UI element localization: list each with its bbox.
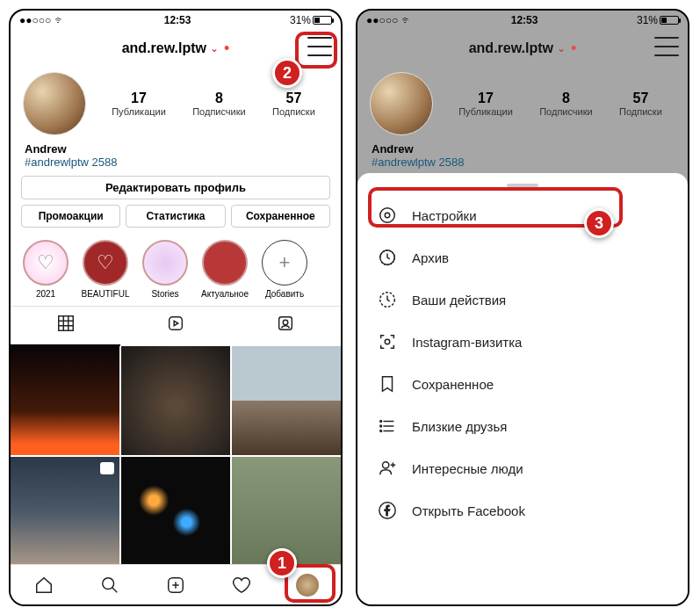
post-thumbnail[interactable] (232, 346, 341, 455)
grid-tab-icon[interactable] (11, 307, 120, 346)
gear-icon (377, 205, 398, 226)
bio-hashtag[interactable]: #andrewlptw 2588 (25, 156, 327, 169)
svg-point-24 (380, 430, 382, 432)
clock-icon (377, 289, 398, 310)
svg-point-23 (380, 425, 382, 427)
stats-button[interactable]: Статистика (126, 205, 225, 228)
svg-point-14 (385, 213, 390, 218)
facebook-icon (377, 500, 398, 521)
plus-icon[interactable]: + (262, 240, 307, 286)
callout-1: 1 (267, 548, 297, 578)
menu-sheet: Настройки Архив Ваши действия Instagram-… (357, 173, 688, 604)
post-thumbnail[interactable] (11, 457, 119, 566)
menu-archive[interactable]: Архив (357, 236, 688, 279)
svg-point-9 (103, 577, 114, 589)
status-time: 12:53 (164, 14, 191, 26)
svg-point-8 (284, 320, 289, 325)
menu-close-friends[interactable]: Близкие друзья (357, 405, 688, 447)
list-icon (377, 416, 398, 437)
status-bar: ●●○○○ᯤ 12:53 31% (11, 11, 341, 30)
callout-3: 3 (584, 208, 614, 238)
edit-profile-button[interactable]: Редактировать профиль (21, 176, 330, 199)
reels-tab-icon[interactable] (120, 307, 230, 346)
svg-rect-0 (58, 316, 73, 331)
qr-icon (377, 331, 398, 352)
stat-followers[interactable]: 8Подписчики (192, 90, 246, 117)
saved-button[interactable]: Сохраненное (231, 205, 330, 228)
svg-point-18 (385, 339, 390, 344)
create-icon[interactable] (142, 565, 208, 604)
heart-icon[interactable]: ♡ (83, 240, 128, 286)
svg-rect-5 (170, 317, 183, 330)
post-thumbnail[interactable] (121, 457, 230, 566)
menu-settings[interactable]: Настройки (357, 194, 688, 236)
sheet-handle[interactable] (507, 184, 538, 187)
menu-qr[interactable]: Instagram-визитка (357, 321, 688, 363)
menu-facebook[interactable]: Открыть Facebook (357, 489, 688, 532)
highlight-story[interactable] (202, 240, 248, 286)
menu-activity[interactable]: Ваши действия (357, 279, 688, 321)
reel-icon (100, 462, 114, 474)
status-bar: ●●○○○ᯤ 12:53 31% (357, 11, 688, 30)
promo-button[interactable]: Промоакции (21, 205, 120, 228)
svg-line-10 (112, 587, 118, 592)
tagged-tab-icon[interactable] (231, 307, 341, 346)
highlight-story[interactable] (142, 240, 188, 286)
post-thumbnail[interactable] (121, 346, 230, 455)
chevron-down-icon: ⌄ (557, 42, 566, 54)
svg-point-15 (380, 208, 395, 223)
menu-saved[interactable]: Сохраненное (357, 363, 688, 405)
person-add-icon (377, 458, 398, 479)
avatar[interactable] (23, 72, 86, 135)
username: and.rew.lptw (469, 40, 553, 56)
home-icon[interactable] (11, 565, 76, 604)
svg-marker-6 (174, 321, 178, 326)
svg-point-22 (380, 421, 382, 423)
archive-icon (377, 247, 398, 268)
bookmark-icon (377, 373, 398, 394)
bio-name: Andrew (25, 142, 327, 156)
stat-following[interactable]: 57Подписки (272, 90, 315, 117)
post-thumbnail[interactable] (11, 346, 119, 455)
menu-discover[interactable]: Интересные люди (357, 447, 688, 489)
stat-posts[interactable]: 17Публикации (112, 90, 166, 117)
menu-icon (654, 37, 679, 56)
chevron-down-icon[interactable]: ⌄ (210, 42, 219, 54)
heart-icon[interactable]: ♡ (23, 240, 69, 286)
search-icon[interactable] (76, 565, 142, 604)
menu-icon[interactable] (307, 37, 332, 56)
posts-grid (11, 346, 341, 566)
avatar (370, 72, 433, 135)
callout-2: 2 (272, 58, 302, 88)
username[interactable]: and.rew.lptw (122, 40, 206, 56)
activity-icon[interactable] (209, 565, 275, 604)
svg-point-25 (383, 462, 389, 468)
highlights-row[interactable]: ♡2021 ♡BEAUTIFUL Stories Актуальное +Доб… (11, 235, 341, 306)
battery-pct: 31% (290, 14, 311, 26)
